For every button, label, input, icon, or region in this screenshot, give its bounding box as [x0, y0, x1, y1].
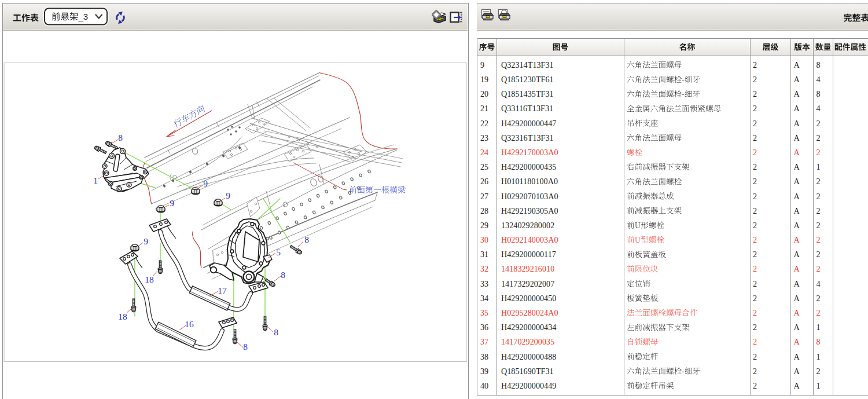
svg-text:33: 33 — [480, 279, 488, 288]
svg-text:A: A — [794, 352, 800, 361]
svg-text:25: 25 — [480, 162, 488, 171]
svg-text:2: 2 — [816, 308, 821, 317]
svg-text:8: 8 — [816, 337, 821, 346]
svg-text:2: 2 — [753, 294, 757, 303]
svg-text:A: A — [794, 148, 800, 157]
svg-text:2: 2 — [816, 235, 821, 244]
svg-text:2: 2 — [753, 264, 757, 273]
svg-text:H429200000449: H429200000449 — [501, 381, 556, 390]
svg-text:36: 36 — [480, 323, 488, 332]
svg-text:2: 2 — [816, 264, 821, 273]
svg-text:8: 8 — [281, 270, 285, 280]
svg-text:2: 2 — [753, 162, 757, 171]
svg-text:37: 37 — [480, 337, 488, 346]
svg-text:27: 27 — [480, 192, 488, 201]
svg-text:4: 4 — [816, 75, 821, 84]
svg-text:A: A — [794, 264, 800, 273]
svg-text:2: 2 — [816, 177, 821, 186]
svg-text:2: 2 — [816, 367, 821, 376]
svg-text:Q1851230TF61: Q1851230TF61 — [501, 75, 554, 84]
svg-text:9: 9 — [203, 178, 208, 188]
svg-text:A: A — [794, 381, 800, 390]
svg-text:2: 2 — [753, 352, 757, 361]
svg-text:H429200000435: H429200000435 — [501, 162, 556, 171]
svg-text:32: 32 — [480, 264, 488, 273]
svg-text:A: A — [794, 235, 800, 244]
svg-text:4: 4 — [816, 279, 821, 288]
svg-text:Q1851690TF31: Q1851690TF31 — [501, 367, 554, 376]
svg-text:24: 24 — [480, 148, 488, 157]
svg-text:1: 1 — [816, 162, 821, 171]
svg-text:_3: _3 — [78, 12, 89, 21]
svg-text:8: 8 — [243, 342, 248, 352]
svg-text:1417029200035: 1417029200035 — [501, 337, 554, 346]
svg-text:A: A — [794, 177, 800, 186]
svg-text:35: 35 — [480, 308, 488, 317]
svg-text:H0295280024A0: H0295280024A0 — [501, 308, 558, 317]
svg-text:2: 2 — [753, 279, 757, 288]
svg-text:A: A — [794, 279, 800, 288]
svg-text:22: 22 — [480, 119, 488, 128]
svg-text:18: 18 — [118, 312, 127, 321]
svg-text:2: 2 — [753, 206, 757, 215]
svg-text:Q32314T13F31: Q32314T13F31 — [501, 60, 554, 69]
svg-text:17: 17 — [218, 285, 227, 295]
svg-text:A: A — [794, 192, 800, 201]
svg-text:21: 21 — [480, 104, 488, 113]
svg-text:H429200000117: H429200000117 — [501, 250, 556, 259]
svg-text:9: 9 — [226, 191, 230, 200]
svg-text:A: A — [794, 367, 800, 376]
svg-text:H4292190305A0: H4292190305A0 — [501, 206, 558, 215]
svg-text:H429200000488: H429200000488 — [501, 352, 556, 361]
svg-text:4: 4 — [816, 104, 821, 113]
svg-text:2: 2 — [753, 89, 757, 98]
svg-text:1: 1 — [816, 352, 821, 361]
svg-text:2: 2 — [753, 323, 757, 332]
svg-text:A: A — [794, 294, 800, 303]
svg-text:H0101180100A0: H0101180100A0 — [501, 177, 558, 186]
svg-text:A: A — [794, 162, 800, 171]
svg-text:34: 34 — [480, 294, 488, 303]
svg-text:A: A — [794, 323, 800, 332]
svg-text:A: A — [794, 308, 800, 317]
svg-text:29: 29 — [480, 221, 488, 230]
svg-text:2: 2 — [753, 250, 757, 259]
svg-text:A: A — [794, 133, 800, 142]
svg-text:1: 1 — [93, 175, 98, 185]
svg-text:9: 9 — [144, 236, 148, 246]
svg-text:2: 2 — [753, 367, 757, 376]
svg-text:40: 40 — [480, 381, 488, 390]
svg-text:8: 8 — [816, 89, 821, 98]
svg-text:2: 2 — [816, 133, 821, 142]
svg-text:2: 2 — [816, 250, 821, 259]
svg-text:A: A — [794, 119, 800, 128]
svg-text:A: A — [794, 337, 800, 346]
svg-text:2: 2 — [816, 192, 821, 201]
svg-text:2: 2 — [753, 133, 757, 142]
svg-text:9: 9 — [480, 60, 484, 69]
svg-text:18: 18 — [145, 274, 154, 284]
svg-text:A: A — [794, 206, 800, 215]
svg-text:H429200000450: H429200000450 — [501, 294, 556, 303]
svg-text:H0292140003A0: H0292140003A0 — [501, 235, 558, 244]
svg-text:1: 1 — [816, 381, 821, 390]
svg-text:30: 30 — [480, 235, 488, 244]
svg-text:A: A — [794, 89, 800, 98]
svg-text:19: 19 — [480, 75, 488, 84]
svg-text:16: 16 — [185, 319, 194, 329]
svg-text:31: 31 — [480, 250, 488, 259]
svg-text:H429200000447: H429200000447 — [501, 119, 556, 128]
svg-text:2: 2 — [816, 148, 821, 157]
svg-text:23: 23 — [480, 133, 488, 142]
svg-text:26: 26 — [480, 177, 488, 186]
svg-text:2: 2 — [816, 294, 821, 303]
svg-text:A: A — [794, 60, 800, 69]
svg-text:Q32316T13F31: Q32316T13F31 — [501, 133, 554, 142]
svg-text:39: 39 — [480, 367, 488, 376]
svg-text:H429200000434: H429200000434 — [501, 323, 556, 332]
svg-text:2: 2 — [753, 337, 757, 346]
svg-text:H0292070103A0: H0292070103A0 — [501, 192, 558, 201]
svg-text:1418329216010: 1418329216010 — [501, 264, 554, 273]
svg-text:2: 2 — [816, 119, 821, 128]
svg-text:28: 28 — [480, 206, 488, 215]
